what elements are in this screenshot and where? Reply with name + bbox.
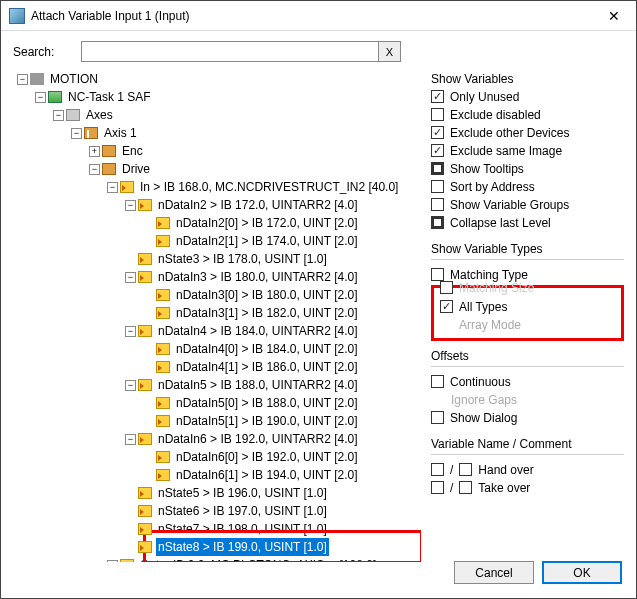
tree-row[interactable]: nDataIn2[0] > IB 172.0, UINT [2.0] xyxy=(13,214,421,232)
variable-tree[interactable]: −MOTION−NC-Task 1 SAF−Axes−Axis 1+Enc−Dr… xyxy=(13,70,421,562)
collapse-icon[interactable]: − xyxy=(35,92,46,103)
tree-row[interactable]: nState7 > IB 198.0, USINT [1.0] xyxy=(13,520,421,538)
checkbox[interactable] xyxy=(431,216,444,229)
tree-row[interactable]: nState3 > IB 178.0, USINT [1.0] xyxy=(13,250,421,268)
tree-node-label[interactable]: nState7 > IB 198.0, USINT [1.0] xyxy=(156,520,329,538)
matching-size-checkbox[interactable] xyxy=(440,281,453,294)
cancel-button[interactable]: Cancel xyxy=(454,561,534,584)
tree-row[interactable]: −NC-Task 1 SAF xyxy=(13,88,421,106)
tree-row[interactable]: nDataIn6[0] > IB 192.0, UINT [2.0] xyxy=(13,448,421,466)
hand-over-checkbox-a[interactable] xyxy=(431,463,444,476)
tree-row[interactable]: −Drive xyxy=(13,160,421,178)
take-over-checkbox-b[interactable] xyxy=(459,481,472,494)
tree-row[interactable]: nDataIn5[0] > IB 188.0, UINT [2.0] xyxy=(13,394,421,412)
tree-node-label[interactable]: nDataIn5 > IB 188.0, UINTARR2 [4.0] xyxy=(156,376,360,394)
tree-row[interactable]: −nDataIn2 > IB 172.0, UINTARR2 [4.0] xyxy=(13,196,421,214)
tree-node-label[interactable]: Out > IB 0.0, MC.PLCTONC_AXIS… [128.0] xyxy=(138,556,378,562)
continuous-label: Continuous xyxy=(450,375,511,389)
tree-node-label[interactable]: Drive xyxy=(120,160,152,178)
collapse-icon[interactable]: − xyxy=(125,200,136,211)
tree-node-label[interactable]: nState5 > IB 196.0, USINT [1.0] xyxy=(156,484,329,502)
tree-row[interactable]: +Out > IB 0.0, MC.PLCTONC_AXIS… [128.0] xyxy=(13,556,421,562)
show-dialog-checkbox[interactable] xyxy=(431,411,444,424)
tree-node-label[interactable]: nState8 > IB 199.0, USINT [1.0] xyxy=(156,538,329,556)
collapse-icon[interactable]: − xyxy=(125,434,136,445)
checkbox[interactable] xyxy=(431,126,444,139)
tree-node-label[interactable]: nState3 > IB 178.0, USINT [1.0] xyxy=(156,250,329,268)
tree-node-label[interactable]: nDataIn5[1] > IB 190.0, UINT [2.0] xyxy=(174,412,360,430)
collapse-icon[interactable]: − xyxy=(17,74,28,85)
collapse-icon[interactable]: − xyxy=(125,326,136,337)
tree-row[interactable]: nDataIn5[1] > IB 190.0, UINT [2.0] xyxy=(13,412,421,430)
take-over-label: Take over xyxy=(478,481,530,495)
tree-row[interactable]: nState5 > IB 196.0, USINT [1.0] xyxy=(13,484,421,502)
collapse-icon[interactable]: − xyxy=(125,272,136,283)
take-over-checkbox-a[interactable] xyxy=(431,481,444,494)
tree-node-label[interactable]: Axes xyxy=(84,106,115,124)
tree-row[interactable]: nDataIn4[0] > IB 184.0, UINT [2.0] xyxy=(13,340,421,358)
var-icon xyxy=(156,289,170,301)
tree-node-label[interactable]: nDataIn4[0] > IB 184.0, UINT [2.0] xyxy=(174,340,360,358)
app-icon xyxy=(9,8,25,24)
axes-icon xyxy=(66,109,80,121)
checkbox-label: Only Unused xyxy=(450,90,519,104)
tree-node-label[interactable]: nState6 > IB 197.0, USINT [1.0] xyxy=(156,502,329,520)
tree-row[interactable]: nState6 > IB 197.0, USINT [1.0] xyxy=(13,502,421,520)
tree-node-label[interactable]: Enc xyxy=(120,142,145,160)
tree-node-label[interactable]: NC-Task 1 SAF xyxy=(66,88,153,106)
tree-row[interactable]: +Enc xyxy=(13,142,421,160)
checkbox[interactable] xyxy=(431,144,444,157)
var-icon xyxy=(138,379,152,391)
expand-icon[interactable]: + xyxy=(89,146,100,157)
tree-row[interactable]: nDataIn3[0] > IB 180.0, UINT [2.0] xyxy=(13,286,421,304)
tree-node-label[interactable]: nDataIn4[1] > IB 186.0, UINT [2.0] xyxy=(174,358,360,376)
tree-row[interactable]: −In > IB 168.0, MC.NCDRIVESTRUCT_IN2 [40… xyxy=(13,178,421,196)
tree-node-label[interactable]: nDataIn3 > IB 180.0, UINTARR2 [4.0] xyxy=(156,268,360,286)
tree-node-label[interactable]: nDataIn2[1] > IB 174.0, UINT [2.0] xyxy=(174,232,360,250)
continuous-checkbox[interactable] xyxy=(431,375,444,388)
tree-node-label[interactable]: nDataIn6 > IB 192.0, UINTARR2 [4.0] xyxy=(156,430,360,448)
var-icon xyxy=(138,487,152,499)
tree-node-label[interactable]: nDataIn2 > IB 172.0, UINTARR2 [4.0] xyxy=(156,196,360,214)
tree-node-label[interactable]: nDataIn6[1] > IB 194.0, UINT [2.0] xyxy=(174,466,360,484)
collapse-icon[interactable]: − xyxy=(107,182,118,193)
tree-node-label[interactable]: nDataIn6[0] > IB 192.0, UINT [2.0] xyxy=(174,448,360,466)
tree-node-label[interactable]: nDataIn3[1] > IB 182.0, UINT [2.0] xyxy=(174,304,360,322)
tree-row[interactable]: −nDataIn4 > IB 184.0, UINTARR2 [4.0] xyxy=(13,322,421,340)
tree-row[interactable]: nDataIn2[1] > IB 174.0, UINT [2.0] xyxy=(13,232,421,250)
tree-node-label[interactable]: nDataIn3[0] > IB 180.0, UINT [2.0] xyxy=(174,286,360,304)
tree-node-label[interactable]: nDataIn5[0] > IB 188.0, UINT [2.0] xyxy=(174,394,360,412)
search-input[interactable] xyxy=(81,41,379,62)
all-types-checkbox[interactable] xyxy=(440,300,453,313)
collapse-icon[interactable]: − xyxy=(53,110,64,121)
checkbox[interactable] xyxy=(431,90,444,103)
tree-row[interactable]: −nDataIn5 > IB 188.0, UINTARR2 [4.0] xyxy=(13,376,421,394)
close-icon[interactable]: ✕ xyxy=(600,6,628,26)
tree-node-label[interactable]: nDataIn4 > IB 184.0, UINTARR2 [4.0] xyxy=(156,322,360,340)
collapse-icon[interactable]: − xyxy=(89,164,100,175)
tree-row[interactable]: −MOTION xyxy=(13,70,421,88)
tree-node-label[interactable]: Axis 1 xyxy=(102,124,139,142)
tree-row[interactable]: nDataIn3[1] > IB 182.0, UINT [2.0] xyxy=(13,304,421,322)
tree-row[interactable]: −nDataIn6 > IB 192.0, UINTARR2 [4.0] xyxy=(13,430,421,448)
tree-row[interactable]: nDataIn4[1] > IB 186.0, UINT [2.0] xyxy=(13,358,421,376)
tree-row[interactable]: −Axes xyxy=(13,106,421,124)
ok-button[interactable]: OK xyxy=(542,561,622,584)
clear-search-button[interactable]: X xyxy=(379,41,401,62)
tree-node-label[interactable]: nDataIn2[0] > IB 172.0, UINT [2.0] xyxy=(174,214,360,232)
checkbox[interactable] xyxy=(431,162,444,175)
tree-row[interactable]: nDataIn6[1] > IB 194.0, UINT [2.0] xyxy=(13,466,421,484)
tree-row[interactable]: nState8 > IB 199.0, USINT [1.0] xyxy=(13,538,421,556)
collapse-icon[interactable]: − xyxy=(125,380,136,391)
tree-row[interactable]: −nDataIn3 > IB 180.0, UINTARR2 [4.0] xyxy=(13,268,421,286)
expand-icon[interactable]: + xyxy=(107,560,118,563)
tree-node-label[interactable]: MOTION xyxy=(48,70,100,88)
collapse-icon[interactable]: − xyxy=(71,128,82,139)
tree-row[interactable]: −Axis 1 xyxy=(13,124,421,142)
checkbox[interactable] xyxy=(431,180,444,193)
tree-node-label[interactable]: In > IB 168.0, MC.NCDRIVESTRUCT_IN2 [40.… xyxy=(138,178,400,196)
var-icon xyxy=(156,451,170,463)
checkbox[interactable] xyxy=(431,198,444,211)
hand-over-checkbox-b[interactable] xyxy=(459,463,472,476)
checkbox[interactable] xyxy=(431,108,444,121)
